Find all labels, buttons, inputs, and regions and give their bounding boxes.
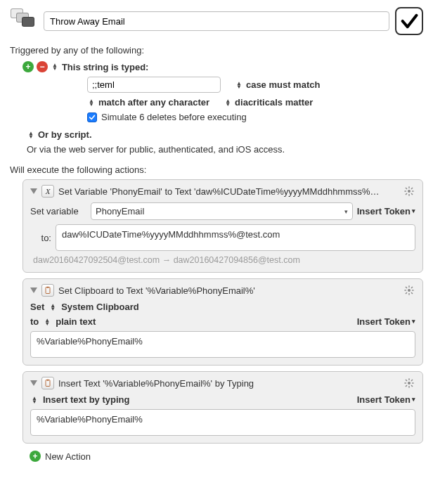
svg-line-30 bbox=[411, 380, 413, 381]
to-value-input[interactable]: daw%ICUDateTime%yyyyMMddhhmmss%@test.com bbox=[62, 229, 280, 240]
svg-rect-20 bbox=[46, 380, 50, 387]
case-option-stepper[interactable]: ▲▼ bbox=[235, 82, 243, 89]
insert-token-button[interactable]: Insert Token▾ bbox=[357, 206, 415, 217]
svg-line-19 bbox=[411, 287, 413, 288]
svg-point-11 bbox=[408, 289, 411, 292]
svg-line-5 bbox=[406, 188, 407, 189]
variable-name-select[interactable]: PhonyEmail ▾ bbox=[91, 202, 353, 220]
action-gear-button[interactable] bbox=[403, 284, 415, 297]
action-insert-text[interactable]: Insert Text '%Variable%PhonyEmail%' by T… bbox=[22, 371, 423, 444]
insert-token-button[interactable]: Insert Token▾ bbox=[357, 316, 415, 327]
svg-line-16 bbox=[406, 287, 407, 288]
svg-line-18 bbox=[406, 292, 407, 294]
disclosure-icon[interactable] bbox=[30, 188, 37, 194]
disclosure-icon[interactable] bbox=[30, 380, 37, 386]
action-title: Set Clipboard to Text '%Variable%PhonyEm… bbox=[58, 285, 399, 296]
action-set-clipboard[interactable]: Set Clipboard to Text '%Variable%PhonyEm… bbox=[22, 278, 423, 366]
to-label: to: bbox=[30, 233, 51, 243]
set-label: Set bbox=[30, 302, 44, 312]
svg-rect-10 bbox=[47, 287, 49, 288]
clipboard-target-label: System Clipboard bbox=[61, 302, 139, 312]
set-variable-label: Set variable bbox=[30, 206, 86, 217]
clipboard-target-stepper[interactable]: ▲▼ bbox=[49, 304, 57, 311]
variable-icon: X bbox=[41, 185, 54, 198]
svg-point-22 bbox=[408, 382, 411, 385]
svg-line-6 bbox=[411, 193, 413, 195]
insert-mode-stepper[interactable]: ▲▼ bbox=[30, 396, 39, 403]
case-option-label: case must match bbox=[246, 79, 321, 90]
result-preview: daw20160427092504@test.com → daw20160427… bbox=[30, 255, 415, 265]
svg-rect-9 bbox=[46, 287, 50, 294]
script-trigger-label: Or by script. bbox=[38, 129, 92, 140]
triggers-heading: Triggered by any of the following: bbox=[10, 45, 423, 56]
add-icon: + bbox=[30, 451, 41, 462]
match-after-label: match after any character bbox=[98, 97, 209, 108]
remove-trigger-button[interactable]: − bbox=[37, 61, 48, 72]
svg-line-28 bbox=[411, 385, 413, 387]
trigger-type-stepper[interactable]: ▲▼ bbox=[51, 63, 59, 70]
action-gear-button[interactable] bbox=[403, 185, 415, 198]
insert-text-input[interactable]: %Variable%PhonyEmail% bbox=[37, 414, 143, 425]
svg-line-8 bbox=[411, 188, 413, 189]
svg-line-17 bbox=[411, 292, 413, 294]
macro-group-icon[interactable] bbox=[10, 7, 38, 35]
format-stepper[interactable]: ▲▼ bbox=[43, 318, 51, 325]
trigger-type-label: This string is typed: bbox=[62, 62, 149, 72]
action-gear-button[interactable] bbox=[403, 377, 415, 389]
match-after-stepper[interactable]: ▲▼ bbox=[87, 99, 96, 106]
chevron-down-icon: ▾ bbox=[344, 208, 348, 215]
svg-point-0 bbox=[408, 190, 411, 193]
macro-name-input[interactable] bbox=[44, 11, 389, 31]
svg-line-27 bbox=[406, 380, 407, 381]
simulate-deletes-label: Simulate 6 deletes before executing bbox=[101, 112, 247, 122]
typed-string-input[interactable] bbox=[87, 77, 221, 93]
clipboard-icon bbox=[41, 377, 54, 389]
format-label: plain text bbox=[56, 316, 96, 327]
clipboard-text-input[interactable]: %Variable%PhonyEmail% bbox=[37, 336, 143, 347]
diacriticals-label: diacriticals matter bbox=[235, 97, 313, 108]
disclosure-icon[interactable] bbox=[30, 287, 37, 293]
clipboard-icon bbox=[41, 284, 54, 297]
simulate-deletes-checkbox[interactable] bbox=[87, 112, 97, 122]
insert-token-button[interactable]: Insert Token▾ bbox=[357, 394, 415, 405]
insert-mode-label: Insert text by typing bbox=[43, 394, 130, 405]
actions-heading: Will execute the following actions: bbox=[10, 164, 423, 175]
svg-line-7 bbox=[406, 193, 407, 195]
action-title: Insert Text '%Variable%PhonyEmail%' by T… bbox=[58, 378, 399, 389]
to-label: to bbox=[30, 316, 39, 327]
svg-rect-21 bbox=[47, 380, 49, 381]
svg-line-29 bbox=[406, 385, 407, 387]
action-title: Set Variable 'PhonyEmail' to Text 'daw%I… bbox=[58, 186, 399, 197]
enabled-toggle[interactable] bbox=[395, 7, 423, 35]
diacriticals-stepper[interactable]: ▲▼ bbox=[224, 99, 232, 106]
web-access-note: Or via the web server for public, authen… bbox=[27, 144, 423, 155]
script-trigger-stepper[interactable]: ▲▼ bbox=[27, 131, 35, 138]
action-set-variable[interactable]: X Set Variable 'PhonyEmail' to Text 'daw… bbox=[22, 179, 423, 273]
new-action-button[interactable]: + New Action bbox=[30, 451, 423, 462]
add-trigger-button[interactable]: + bbox=[22, 61, 34, 72]
